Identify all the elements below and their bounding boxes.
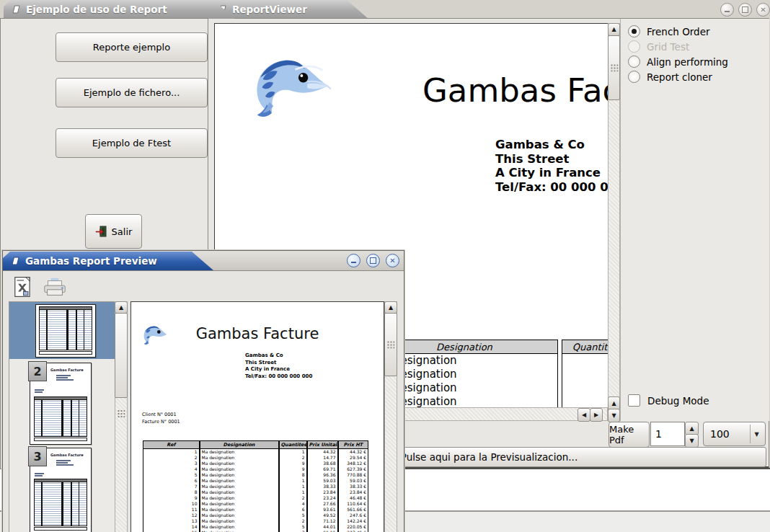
page-number-badge: 2 <box>28 361 47 381</box>
window-icon <box>10 256 20 266</box>
desktop: ReportViewer ✕ <box>0 0 770 532</box>
pdf-export-button[interactable] <box>10 275 36 299</box>
preview-address-block: Gambas & Co This Street A City in France… <box>245 353 312 381</box>
invoice-row: 7Ma designation138.3338.33 € <box>143 484 368 489</box>
gambas-shrimp-logo <box>247 45 332 126</box>
preview-titlebar[interactable]: Gambas Report Preview <box>3 252 213 270</box>
debug-mode-row[interactable]: Debug Mode <box>628 394 709 407</box>
print-button[interactable] <box>42 275 68 299</box>
reporte-ejemplo-button[interactable]: Reporte ejemplo <box>56 32 208 62</box>
report-vertical-scrollbar[interactable]: ▲ ▲ ▼ <box>608 23 620 421</box>
invoice-row: 13Ma designation271.12142.24 € <box>143 518 368 524</box>
preview-page: Gambas Facture Gambas & Co This Street A… <box>130 301 384 532</box>
thumbnail-scrollbar[interactable]: ▲ <box>115 301 128 532</box>
thumbnail-page-1[interactable] <box>9 302 115 359</box>
scroll-up-icon[interactable]: ▲ <box>384 301 397 314</box>
invoice-row: 12Ma designation549.52247.6 € <box>143 513 368 518</box>
scroll-left-icon[interactable]: ◀ <box>578 408 590 422</box>
preview-window-controls: ✕ <box>347 254 399 267</box>
reportviewer-titlebar[interactable]: ReportViewer <box>210 0 368 19</box>
pdf-export-icon <box>13 275 33 298</box>
page-thumbnail-panel: 2 Gambas Facture 3 Gambas Facture <box>9 301 115 532</box>
invoice-row: 14Ma designation544.01220.05 € <box>143 524 368 530</box>
window-controls: ✕ <box>720 3 770 17</box>
invoice-row: 11Ma designation693.61561.66 € <box>143 507 368 513</box>
scroll-up-icon[interactable]: ▲ <box>608 23 620 36</box>
invoice-row: 8Ma designation123.8423.84 € <box>143 489 368 495</box>
debug-mode-label: Debug Mode <box>647 395 709 407</box>
window-icon <box>11 4 21 14</box>
radio-french-order[interactable]: French Order <box>628 24 728 39</box>
radio-icon <box>628 40 640 53</box>
ejemplo-titlebar[interactable]: Ejemplo de uso de Report <box>4 0 235 19</box>
preview-report-title: Gambas Facture <box>131 325 384 342</box>
preview-page-scrollbar[interactable]: ▲ <box>384 301 397 532</box>
debug-mode-checkbox[interactable] <box>628 394 640 407</box>
client-info: Client N° 0001 Facture N° 0001 <box>142 411 180 425</box>
invoice-row: 5Ma designation896.36770.88 € <box>143 472 368 478</box>
ejemplo-de-fichero-button[interactable]: Ejemplo de fichero... <box>56 78 208 107</box>
maximize-icon[interactable] <box>738 3 752 17</box>
ejemplo-title: Ejemplo de uso de Report <box>26 4 167 15</box>
chevron-down-icon[interactable]: ▼ <box>750 425 763 443</box>
invoice-row: 10Ma designation427.66110.64 € <box>143 501 368 507</box>
minimize-icon[interactable] <box>720 3 734 17</box>
radio-grid-test: Grid Test <box>628 39 728 54</box>
thumbnail-page-2[interactable]: 2 Gambas Facture <box>9 360 115 445</box>
scrollbar-thumb[interactable] <box>115 313 128 398</box>
make-pdf-button[interactable]: Make Pdf <box>609 422 650 448</box>
close-icon[interactable]: ✕ <box>386 254 399 267</box>
zoom-select[interactable]: 100 ▼ <box>703 422 766 446</box>
preview-title: Gambas Report Preview <box>25 255 157 267</box>
thumbnail-page-3[interactable]: 3 Gambas Facture <box>9 445 115 532</box>
scroll-up-icon[interactable]: ▲ <box>115 301 128 314</box>
scroll-down-icon[interactable]: ▼ <box>608 409 620 422</box>
invoice-table: Ref Designation Quantitee Prix Unitaire … <box>143 440 368 532</box>
spin-down-icon[interactable]: ▼ <box>685 434 699 448</box>
invoice-row: 1Ma designation144.3244.32 € <box>143 449 368 456</box>
scroll-right-icon[interactable]: ▶ <box>590 408 603 422</box>
radio-icon[interactable] <box>628 56 640 68</box>
invoice-row: 4Ma designation969.71627.39 € <box>143 466 368 472</box>
page-number-badge: 3 <box>28 446 47 466</box>
invoice-row: 6Ma designation159.0359.03 € <box>143 478 368 484</box>
reportviewer-title: ReportViewer <box>232 4 307 15</box>
invoice-row: 9Ma designation223.2446.48 € <box>143 495 368 501</box>
radio-icon[interactable] <box>628 71 640 83</box>
gambas-report-preview-window: Gambas Report Preview ✕ <box>2 250 404 532</box>
report-table-header: Quantitee <box>562 340 609 354</box>
printer-icon <box>42 275 68 298</box>
invoice-row: 2Ma designation214.7729.54 € <box>143 455 368 461</box>
report-title: Gambas Facture <box>422 71 609 110</box>
invoice-row: 3Ma designation938.68348.12 € <box>143 461 368 466</box>
scrollbar-thumb[interactable] <box>384 313 397 376</box>
salir-button[interactable]: Salir <box>85 214 142 249</box>
radio-report-cloner[interactable]: Report cloner <box>628 69 728 84</box>
close-icon[interactable]: ✕ <box>756 3 770 17</box>
report-selector-radios: French Order Grid Test Align performing … <box>628 24 728 84</box>
report-address-block: Gambas & Co This Street A City in France… <box>495 138 609 194</box>
preview-toolbar <box>3 271 404 303</box>
invoice-table-body: 1Ma designation144.3244.32 €2Ma designat… <box>143 449 368 532</box>
options-panel: French Order Grid Test Align performing … <box>620 19 769 421</box>
exit-door-icon <box>95 226 107 237</box>
radio-icon[interactable] <box>628 25 640 37</box>
maximize-icon[interactable] <box>366 254 380 267</box>
ejemplo-de-ftest-button[interactable]: Ejemplo de Ftest <box>56 128 208 158</box>
minimize-icon[interactable] <box>347 254 360 267</box>
invoice-header-row: Ref Designation Quantitee Prix Unitaire … <box>143 441 368 449</box>
report-table-quantity-column: Quantitee <box>562 340 609 409</box>
radio-align-performing[interactable]: Align performing <box>628 54 728 69</box>
page-number-input[interactable]: 1 <box>650 422 685 446</box>
scrollbar-thumb[interactable] <box>608 35 620 100</box>
